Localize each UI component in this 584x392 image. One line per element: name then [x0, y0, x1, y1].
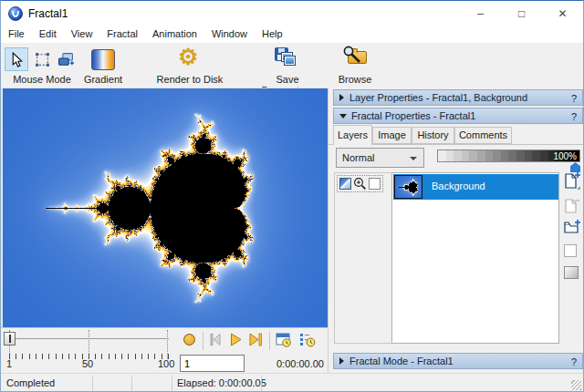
delete-layer-icon [564, 198, 580, 214]
layer-toggles-focus [337, 175, 383, 192]
status-bar: Completed Elapsed: 0:00:00.05 [1, 373, 583, 392]
toolbar: Mouse Mode Gradient ⚙ Render to Disk Sav… [1, 43, 583, 88]
layer-name: Background [432, 181, 485, 191]
gradient-label: Gradient [79, 74, 127, 85]
delete-layer-button[interactable] [564, 198, 580, 214]
blend-mode-value: Normal [342, 152, 374, 163]
record-button[interactable] [183, 334, 195, 346]
separator [172, 376, 172, 391]
menu-edit[interactable]: Edit [32, 26, 64, 43]
frame-number-input[interactable] [180, 355, 245, 372]
title-bar[interactable]: Fractal1 – □ ✕ [1, 1, 583, 26]
menu-view[interactable]: View [64, 26, 100, 43]
minimize-button[interactable]: – [460, 1, 501, 26]
flatten-layers-button[interactable] [564, 266, 579, 279]
layer-properties-title: Layer Properties - Fractal1, Background [349, 92, 527, 103]
help-icon[interactable]: ? [571, 355, 577, 369]
separator [131, 376, 132, 391]
layer-editable-icon[interactable] [353, 177, 367, 191]
fractal-mode-title: Fractal Mode - Fractal1 [349, 356, 454, 366]
separator [269, 332, 270, 350]
menu-fractal[interactable]: Fractal [99, 26, 145, 43]
mouse-mode-normal-button[interactable] [5, 47, 28, 71]
layer-transparent-checkbox[interactable] [369, 178, 381, 190]
switch-windows-icon [57, 52, 74, 67]
selection-rectangle-icon [35, 52, 50, 67]
menu-bar: File Edit View Fractal Animation Window … [1, 26, 583, 43]
separator [261, 376, 262, 391]
previous-keyframe-button[interactable] [208, 333, 223, 346]
mouse-mode-label: Mouse Mode [3, 74, 81, 85]
merge-layer-button[interactable] [564, 244, 577, 257]
timeline-time: 0:00:00.00 [253, 358, 324, 369]
close-button[interactable]: ✕ [542, 1, 583, 26]
arrow-cursor-icon [9, 52, 25, 67]
photo-card-front-icon [284, 56, 296, 66]
maximize-button[interactable]: □ [501, 1, 542, 26]
layer-row-background[interactable]: Background [393, 174, 558, 200]
gradient-button[interactable] [91, 49, 115, 70]
properties-panel: Layer Properties - Fractal1, Background … [328, 88, 584, 373]
menu-window[interactable]: Window [204, 26, 255, 43]
add-layer-button[interactable] [564, 172, 580, 191]
tick-label-1: 1 [6, 358, 12, 369]
fractal-view [1, 88, 328, 327]
tick-label-50: 50 [82, 358, 93, 369]
separator [92, 376, 93, 391]
status-elapsed: Elapsed: 0:00:00.05 [177, 377, 266, 388]
fractal-properties-title: Fractal Properties - Fractal1 [351, 110, 475, 121]
tab-layers[interactable]: Layers [333, 125, 372, 145]
add-group-button[interactable] [564, 220, 580, 234]
tick-label-100: 100 [158, 358, 174, 369]
browse-label: Browse [331, 74, 379, 85]
fractal-mode-header[interactable]: Fractal Mode - Fractal1 ? [333, 353, 583, 369]
status-state: Completed [6, 377, 55, 388]
save-parameters-button[interactable] [275, 47, 298, 71]
ultra-fractal-window: Fractal1 – □ ✕ File Edit View Fractal An… [0, 0, 584, 392]
fractal-properties-header[interactable]: Fractal Properties - Fractal1 ? [333, 108, 583, 124]
animation-timeline: 1 50 100 0:00:00.00 [1, 327, 328, 373]
tab-image[interactable]: Image [372, 127, 412, 144]
tab-comments[interactable]: Comments [454, 127, 512, 144]
separator [203, 332, 203, 350]
layer-thumbnail-canvas [395, 176, 422, 198]
menu-help[interactable]: Help [255, 26, 290, 43]
render-to-disk-label: Render to Disk [154, 74, 225, 85]
collapsed-arrow-icon [339, 94, 344, 101]
play-button[interactable] [228, 333, 243, 346]
window-title: Fractal1 [28, 7, 68, 20]
app-logo-icon [8, 6, 23, 21]
mouse-mode-switch-button[interactable] [54, 47, 78, 71]
layer-thumbnail[interactable] [394, 175, 422, 199]
chevron-down-icon [410, 157, 417, 160]
resize-grip[interactable] [571, 380, 581, 390]
browse-button[interactable] [344, 46, 370, 70]
timeline-track[interactable] [16, 338, 169, 339]
layer-properties-header[interactable]: Layer Properties - Fractal1, Background … [333, 89, 583, 106]
render-to-disk-button[interactable]: ⚙ [178, 44, 198, 70]
magnifier-icon [342, 45, 362, 65]
mandelbrot-canvas[interactable] [3, 88, 328, 327]
help-icon[interactable]: ? [571, 91, 577, 106]
tab-history[interactable]: History [412, 127, 454, 144]
timeline-slider-handle[interactable] [4, 332, 16, 346]
layer-visible-icon[interactable] [339, 178, 351, 190]
mouse-mode-select-button[interactable] [30, 47, 54, 71]
menu-animation[interactable]: Animation [145, 26, 204, 43]
help-icon[interactable]: ? [571, 109, 577, 124]
layers-list[interactable]: Background [391, 172, 559, 344]
collapsed-arrow-icon [339, 357, 344, 365]
next-keyframe-button[interactable] [248, 333, 263, 346]
expanded-arrow-icon [339, 114, 347, 119]
layer-toggles-column [334, 172, 391, 344]
opacity-slider-handle[interactable] [570, 162, 580, 172]
animation-window-button[interactable] [276, 333, 292, 347]
opacity-value: 100% [553, 151, 577, 161]
add-layer-icon [564, 172, 580, 191]
timeline-settings-button[interactable] [299, 333, 316, 347]
add-group-icon [564, 220, 580, 234]
opacity-slider[interactable]: 100% [437, 150, 580, 162]
blend-mode-select[interactable]: Normal [336, 148, 424, 168]
menu-file[interactable]: File [1, 26, 32, 43]
